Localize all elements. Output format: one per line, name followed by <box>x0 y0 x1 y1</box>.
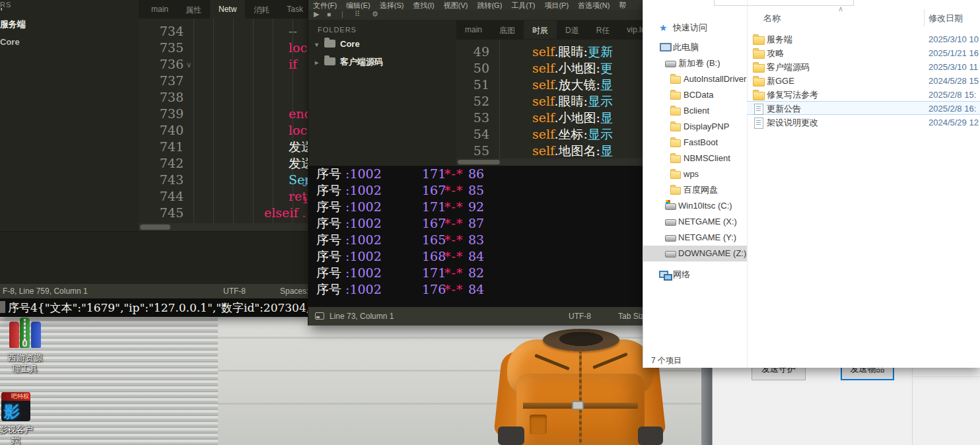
tab-label: Task <box>287 5 303 14</box>
editor-tab[interactable]: 时辰 <box>524 20 557 39</box>
folder-tree-item[interactable]: ▸客户端源码 <box>315 56 383 68</box>
file-row[interactable]: 新GGE 2024/5/28 15 <box>747 73 980 87</box>
tree-item-icon <box>670 73 681 84</box>
tree-item[interactable]: BCData <box>643 87 747 103</box>
tree-item[interactable]: 快速访问 <box>643 20 747 36</box>
file-row[interactable]: 更新公告 2025/2/8 16: <box>747 101 980 115</box>
wallpaper-suit-pocket <box>530 415 547 434</box>
tree-item-label: FastBoot <box>683 137 718 147</box>
editor-tab[interactable]: main <box>143 0 177 18</box>
tree-item[interactable]: 此电脑 <box>643 40 747 55</box>
tab-label: 底图 <box>499 26 515 35</box>
desktop-icon-winrar[interactable]: 西游资源 理工具 <box>0 318 50 374</box>
menu-item[interactable]: 视图(V) <box>439 0 473 10</box>
indent-label[interactable]: Spaces: <box>280 287 308 296</box>
console-scrollbar-thumb[interactable] <box>0 301 5 313</box>
menu-item[interactable]: 项目(P) <box>540 0 573 10</box>
file-name: 架设说明更改 <box>767 116 818 129</box>
folder-tree-item[interactable]: ▾Core <box>315 39 360 49</box>
console-row: 序号 :1002 168 *-* 84 <box>308 248 651 265</box>
menu-bar: 文件(F)编辑(E)选择(S)查找(I)视图(V)跳转(G)工具(T)项目(P)… <box>308 0 651 10</box>
file-row[interactable]: 客户端源码 2025/3/10 11 <box>747 59 980 73</box>
tree-item[interactable]: 网络 <box>643 267 747 283</box>
middle-horizontal-scrollbar[interactable] <box>456 158 651 166</box>
file-name: 更新公告 <box>767 102 801 116</box>
tree-item[interactable]: FastBoot <box>643 135 747 151</box>
gear-icon[interactable]: ⚙ <box>372 10 378 18</box>
file-row[interactable]: 服务端 2025/3/10 10 <box>747 32 980 46</box>
line-number: 52 <box>456 93 489 110</box>
code-line: 734 -- <box>139 23 308 40</box>
tree-item[interactable]: NBMSClient <box>643 151 747 166</box>
code-line: 744 ret <box>139 188 308 205</box>
file-name: 客户端源码 <box>767 60 810 74</box>
editor-tab[interactable]: main <box>456 20 491 39</box>
tree-item[interactable]: Win10ltsc (C:) <box>643 198 747 214</box>
file-icon <box>753 34 764 44</box>
wallpaper-suit-right-cuff <box>638 427 663 445</box>
expand-arrow-icon[interactable]: ▾ <box>315 41 324 48</box>
encoding-label[interactable]: UTF-8 <box>569 312 591 321</box>
sidebar-item[interactable]: 服务端 <box>0 18 26 30</box>
menu-item[interactable]: 文件(F) <box>308 0 341 10</box>
scrollbar-thumb[interactable] <box>140 224 170 230</box>
editor-tab[interactable]: 底图 <box>491 20 524 39</box>
menu-item[interactable]: 首选项(N) <box>573 0 614 10</box>
fold-arrow-icon[interactable]: ∨ <box>186 57 192 73</box>
editor-tab[interactable]: Netw <box>210 0 245 18</box>
code-text: -- <box>289 23 297 40</box>
editor-tab[interactable]: D道 <box>557 20 588 39</box>
editor-tab[interactable]: Task <box>278 0 312 18</box>
desktop-icon-video-client[interactable]: 吧特权 影 影视客户 端 <box>0 392 41 445</box>
seq-label: 序号 <box>316 182 341 199</box>
expand-arrow-icon[interactable]: ▸ <box>315 59 324 66</box>
editor-tab[interactable]: 属性 <box>177 0 210 18</box>
tree-item[interactable]: AutoInstallDriver <box>643 71 747 87</box>
left-code-editor[interactable]: 734 -- 735 loc 736 ∨ if <box>139 18 308 223</box>
left-horizontal-scrollbar[interactable] <box>139 223 308 231</box>
file-row[interactable]: 攻略 2025/1/21 16 <box>747 46 980 59</box>
column-divider[interactable] <box>924 9 925 26</box>
editor-tab[interactable]: R任 <box>588 20 619 39</box>
coord-x: 168 <box>422 248 446 265</box>
menu-item[interactable]: 选择(S) <box>375 0 409 10</box>
run-icon[interactable]: ▶ <box>314 10 319 18</box>
code-line: 738 <box>139 89 308 106</box>
column-date[interactable]: 修改日期 <box>928 13 963 24</box>
panel-toggle-icon[interactable] <box>315 312 324 320</box>
tree-item[interactable]: wps <box>643 166 747 182</box>
editor-tab[interactable]: 消耗 <box>245 0 278 18</box>
scrollbar-thumb[interactable] <box>458 160 500 164</box>
tree-item[interactable]: 百度网盘 <box>643 182 747 198</box>
menu-item[interactable]: 跳转(G) <box>472 0 507 10</box>
toolbar: ▶ ■ | ⠿ ⚙ <box>308 10 651 20</box>
tree-item[interactable]: DOWNGAME (Z:) <box>643 246 747 261</box>
sort-ascending-icon[interactable]: ∧ <box>838 5 843 13</box>
grid-dots-icon[interactable]: ⠿ <box>355 10 360 18</box>
line-number: 741 <box>139 139 184 155</box>
file-date: 2025/2/8 16: <box>928 102 976 116</box>
menu-item[interactable]: 帮 <box>614 0 631 10</box>
console-row: 序号 :1002 176 *-* 84 <box>308 281 651 298</box>
menu-item[interactable]: 编辑(E) <box>341 0 375 10</box>
sidebar-item[interactable]: Core <box>0 37 20 47</box>
console-row: 序号 :1002 167 *-* 85 <box>308 182 651 199</box>
tree-item[interactable]: 新加卷 (B:) <box>643 55 747 71</box>
tree-item[interactable]: NETGAME (X:) <box>643 214 747 230</box>
output-console[interactable]: 序号 :1002 171 *-* 86 序号 :1002 167 *-* 85 … <box>308 166 651 307</box>
wallpaper-suit-left-cuff <box>498 427 524 445</box>
file-row[interactable]: 架设说明更改 2024/5/29 12 <box>747 115 980 129</box>
middle-code-editor[interactable]: 49 self.眼睛:更新 50 self.小地图:更 51 self.放大镜:… <box>456 40 651 158</box>
tree-item-icon <box>664 200 676 211</box>
menu-item[interactable]: 查找(I) <box>408 0 438 10</box>
encoding-label[interactable]: UTF-8 <box>223 287 246 296</box>
video-app-glyph: 影 <box>4 401 20 421</box>
file-date: 2025/3/10 11 <box>928 60 978 74</box>
file-row[interactable]: 修复写法参考 2025/2/8 15: <box>747 87 980 101</box>
menu-item[interactable]: 工具(T) <box>507 0 540 10</box>
stop-icon[interactable]: ■ <box>327 11 331 18</box>
tree-item[interactable]: NETGAME (Y:) <box>643 230 747 246</box>
tree-item[interactable]: Bclient <box>643 103 747 119</box>
column-name[interactable]: 名称 <box>763 13 781 24</box>
tree-item[interactable]: DisplayPNP <box>643 119 747 135</box>
